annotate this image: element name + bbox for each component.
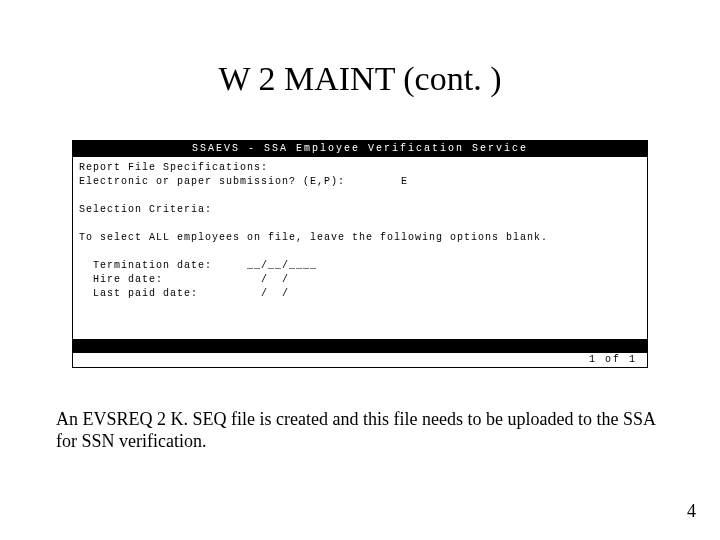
last-paid-date-label: Last paid date:: [93, 287, 198, 301]
terminal-footer-bar: [73, 339, 647, 353]
terminal-footer: 1 of 1: [73, 339, 647, 367]
terminal-page-indicator: 1 of 1: [73, 353, 647, 367]
blank-row-3: [79, 245, 641, 259]
blank-row-2: [79, 217, 641, 231]
termination-date-value[interactable]: __/__/____: [247, 259, 317, 273]
selection-criteria-heading: Selection Criteria:: [79, 203, 641, 217]
terminal-screenshot: SSAEVS - SSA Employee Verification Servi…: [72, 140, 648, 368]
termination-date-row: Termination date: __/__/____: [79, 259, 641, 273]
report-file-spec-heading: Report File Specifications:: [79, 161, 641, 175]
terminal-body: Report File Specifications: Electronic o…: [73, 157, 647, 305]
caption-text: An EVSREQ 2 K. SEQ file is created and t…: [56, 408, 664, 452]
last-paid-date-row: Last paid date: / /: [79, 287, 641, 301]
hire-date-value[interactable]: / /: [247, 273, 289, 287]
submission-row: Electronic or paper submission? (E,P):: [79, 175, 641, 189]
terminal-header: SSAEVS - SSA Employee Verification Servi…: [73, 141, 647, 157]
select-all-instruction: To select ALL employees on file, leave t…: [79, 231, 641, 245]
blank-row-1: [79, 189, 641, 203]
submission-prompt: Electronic or paper submission? (E,P):: [79, 175, 345, 189]
termination-date-label: Termination date:: [93, 259, 212, 273]
slide-page-number: 4: [687, 501, 696, 522]
submission-input[interactable]: [401, 176, 421, 187]
last-paid-date-value[interactable]: / /: [247, 287, 289, 301]
hire-date-label: Hire date:: [93, 273, 163, 287]
slide: W 2 MAINT (cont. ) SSAEVS - SSA Employee…: [0, 0, 720, 540]
slide-title: W 2 MAINT (cont. ): [0, 60, 720, 98]
hire-date-row: Hire date: / /: [79, 273, 641, 287]
